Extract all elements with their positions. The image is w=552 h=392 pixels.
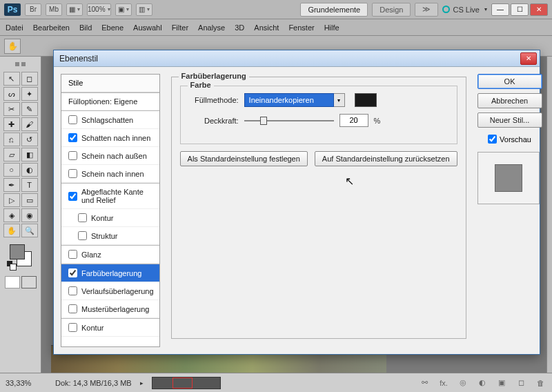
- menu-edit[interactable]: Bearbeiten: [33, 23, 70, 32]
- window-maximize[interactable]: ☐: [511, 3, 529, 16]
- style-checkbox[interactable]: [68, 133, 77, 142]
- style-checkbox[interactable]: [68, 192, 77, 201]
- path-tool[interactable]: ▷: [3, 193, 20, 207]
- wand-tool[interactable]: ✦: [21, 87, 38, 101]
- style-row-schlagschatten[interactable]: Schlagschatten: [61, 110, 159, 129]
- color-swatches[interactable]: [7, 244, 34, 269]
- dialog-titlebar[interactable]: Ebenenstil ✕: [54, 50, 540, 67]
- style-row-kontur[interactable]: Kontur: [61, 209, 159, 227]
- fx-icon[interactable]: fx.: [437, 378, 450, 388]
- style-row-abgeflachte-kante-und-relief[interactable]: Abgeflachte Kante und Relief: [61, 183, 159, 209]
- blend-mode-arrow[interactable]: ▾: [334, 93, 345, 107]
- menu-select[interactable]: Auswahl: [133, 23, 162, 32]
- bridge-button[interactable]: Br: [25, 3, 41, 16]
- extras-button[interactable]: ▥: [136, 3, 152, 16]
- blend-mode-select[interactable]: Ineinanderkopieren: [244, 93, 334, 107]
- brush-tool[interactable]: 🖌: [21, 117, 38, 131]
- workspace-more[interactable]: ≫: [415, 3, 438, 17]
- status-docsize[interactable]: Dok: 14,3 MB/16,3 MB: [55, 379, 132, 387]
- minibridge-button[interactable]: Mb: [46, 3, 62, 16]
- cslive[interactable]: CS Live▾: [442, 6, 487, 14]
- menu-analysis[interactable]: Analyse: [198, 23, 225, 32]
- navigator-mini[interactable]: [152, 377, 221, 389]
- screen-mode-button[interactable]: ▣: [115, 3, 132, 16]
- style-checkbox[interactable]: [68, 250, 77, 259]
- style-row-glanz[interactable]: Glanz: [61, 245, 159, 264]
- blur-tool[interactable]: ○: [3, 163, 20, 177]
- dodge-tool[interactable]: ◐: [21, 163, 38, 177]
- style-row-muster-berlagerung[interactable]: Musterüberlagerung: [61, 300, 159, 318]
- zoom-tool[interactable]: 🔍: [21, 224, 38, 237]
- eyedropper-tool[interactable]: ✎: [21, 102, 38, 116]
- style-checkbox[interactable]: [68, 286, 77, 295]
- menu-3d[interactable]: 3D: [235, 23, 244, 32]
- style-row-schatten-nach-innen[interactable]: Schatten nach innen: [61, 129, 159, 147]
- opacity-slider[interactable]: [244, 115, 334, 126]
- move-tool[interactable]: ↖: [3, 72, 20, 86]
- window-minimize[interactable]: —: [491, 3, 509, 16]
- lasso-tool[interactable]: ᔕ: [3, 87, 20, 101]
- zoom-select[interactable]: 100%: [87, 3, 111, 16]
- style-row-schein-nach-innen[interactable]: Schein nach innen: [61, 165, 159, 183]
- standard-mode[interactable]: [5, 276, 20, 288]
- mask-icon[interactable]: ◎: [457, 378, 469, 388]
- link-icon[interactable]: ⚯: [418, 378, 431, 388]
- adjust-icon[interactable]: ◐: [476, 378, 489, 388]
- make-default-button[interactable]: Als Standardeinstellung festlegen: [180, 151, 308, 166]
- style-checkbox[interactable]: [68, 115, 77, 124]
- shape-tool[interactable]: ▭: [21, 193, 38, 207]
- workspace-secondary[interactable]: Design: [372, 3, 411, 17]
- blend-options-row[interactable]: Fülloptionen: Eigene: [61, 92, 159, 110]
- 3d-cam-tool[interactable]: ◉: [21, 208, 38, 222]
- menu-view[interactable]: Ansicht: [254, 23, 279, 32]
- history-brush-tool[interactable]: ↺: [21, 133, 38, 146]
- status-zoom[interactable]: 33,33%: [6, 379, 47, 387]
- workspace-primary[interactable]: Grundelemente: [300, 3, 368, 17]
- marquee-tool[interactable]: ◻: [21, 72, 38, 86]
- preview-check-input[interactable]: [488, 135, 497, 144]
- eraser-tool[interactable]: ▱: [3, 148, 20, 161]
- menu-image[interactable]: Bild: [79, 23, 92, 32]
- preview-checkbox[interactable]: Vorschau: [477, 135, 542, 144]
- style-row-schein-nach-au-en[interactable]: Schein nach außen: [61, 147, 159, 165]
- reset-default-button[interactable]: Auf Standardeinstellung zurücksetzen: [315, 151, 457, 166]
- new-style-button[interactable]: Neuer Stil...: [477, 112, 542, 128]
- right-dock[interactable]: [546, 57, 552, 373]
- trash-icon[interactable]: 🗑: [534, 378, 546, 388]
- style-checkbox[interactable]: [68, 169, 77, 178]
- style-checkbox[interactable]: [78, 231, 87, 240]
- menu-layer[interactable]: Ebene: [101, 23, 124, 32]
- gradient-tool[interactable]: ◧: [21, 148, 38, 161]
- style-checkbox[interactable]: [68, 304, 77, 313]
- menu-help[interactable]: Hilfe: [324, 23, 339, 32]
- pen-tool[interactable]: ✒: [3, 178, 20, 192]
- overlay-color-swatch[interactable]: [355, 93, 377, 107]
- menu-filter[interactable]: Filter: [172, 23, 188, 32]
- folder-icon[interactable]: ▣: [495, 378, 508, 388]
- menu-window[interactable]: Fenster: [288, 23, 314, 32]
- foreground-color[interactable]: [10, 244, 25, 259]
- menu-file[interactable]: Datei: [6, 23, 23, 32]
- arrange-docs-button[interactable]: ▦: [66, 3, 83, 16]
- style-checkbox[interactable]: [78, 213, 87, 222]
- style-row-struktur[interactable]: Struktur: [61, 227, 159, 245]
- ok-button[interactable]: OK: [477, 74, 542, 89]
- hand-tool[interactable]: ✋: [3, 224, 20, 237]
- style-row-farb-berlagerung[interactable]: Farbüberlagerung: [61, 264, 159, 282]
- stamp-tool[interactable]: ⎌: [3, 133, 20, 146]
- styles-header[interactable]: Stile: [61, 75, 159, 92]
- new-layer-icon[interactable]: ◻: [515, 378, 527, 388]
- opacity-value[interactable]: 20: [339, 114, 368, 127]
- style-checkbox[interactable]: [68, 323, 77, 332]
- style-row-verlaufs-berlagerung[interactable]: Verlaufsüberlagerung: [61, 282, 159, 300]
- heal-tool[interactable]: ✚: [3, 117, 20, 131]
- type-tool[interactable]: T: [21, 178, 38, 192]
- 3d-tool[interactable]: ◈: [3, 208, 20, 222]
- window-close[interactable]: ✕: [530, 3, 548, 16]
- crop-tool[interactable]: ✂: [3, 102, 20, 116]
- default-colors-icon[interactable]: [7, 261, 15, 269]
- style-checkbox[interactable]: [68, 268, 77, 277]
- style-checkbox[interactable]: [68, 151, 77, 160]
- dialog-close-button[interactable]: ✕: [520, 52, 537, 65]
- quickmask-mode[interactable]: [21, 276, 37, 288]
